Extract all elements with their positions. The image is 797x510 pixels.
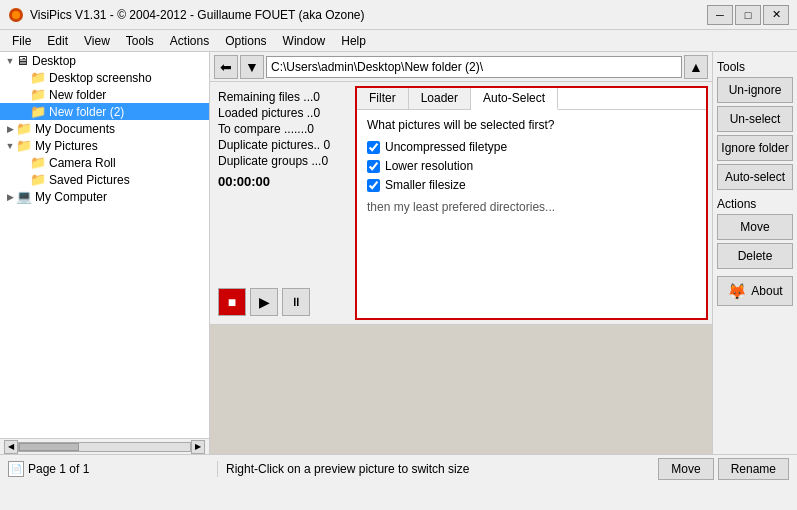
main-layout: ▼ 🖥 Desktop 📁 Desktop screensho 📁 New fo… [0, 52, 797, 454]
svg-point-1 [12, 11, 20, 19]
tree-item-my-pictures[interactable]: ▼ 📁 My Pictures [0, 137, 209, 154]
unignore-button[interactable]: Un-ignore [717, 77, 793, 103]
auto-select-button[interactable]: Auto-select [717, 164, 793, 190]
tree-item-camera-roll[interactable]: 📁 Camera Roll [0, 154, 209, 171]
about-button[interactable]: 🦊 About [717, 276, 793, 306]
h-scrollbar-track[interactable] [18, 442, 191, 452]
expand-arrow [18, 89, 30, 101]
tree-item-new-folder-2[interactable]: 📁 New folder (2) [0, 103, 209, 120]
menu-actions[interactable]: Actions [162, 32, 217, 50]
label-uncompressed: Uncompressed filetype [385, 140, 507, 154]
checkbox-uncompressed[interactable] [367, 141, 380, 154]
menu-view[interactable]: View [76, 32, 118, 50]
content-area: Remaining files ...0 Loaded pictures ..0… [210, 82, 712, 324]
tab-auto-select[interactable]: Auto-Select [471, 88, 558, 110]
check-row-smaller-filesize: Smaller filesize [367, 178, 696, 192]
tree-label: New folder [49, 88, 106, 102]
filter-content: What pictures will be selected first? Un… [357, 110, 706, 318]
label-lower-resolution: Lower resolution [385, 159, 473, 173]
h-scrollbar-thumb[interactable] [19, 443, 79, 451]
filter-panel: Filter Loader Auto-Select What pictures … [355, 86, 708, 320]
expand-arrow[interactable]: ▼ [4, 55, 16, 67]
move-button[interactable]: Move [717, 214, 793, 240]
right-panel: Tools Un-ignore Un-select Ignore folder … [712, 52, 797, 454]
minimize-button[interactable]: ─ [707, 5, 733, 25]
status-bar: 📄 Page 1 of 1 Right-Click on a preview p… [0, 454, 797, 482]
folder-icon: 📁 [30, 70, 46, 85]
filter-note: then my least prefered directories... [367, 200, 696, 214]
scroll-left-arrow[interactable]: ◀ [4, 440, 18, 454]
to-compare: To compare .......0 [218, 122, 347, 136]
app-icon [8, 7, 24, 23]
expand-arrow [18, 157, 30, 169]
folder-icon: 📁 [30, 155, 46, 170]
tree-item-saved-pictures[interactable]: 📁 Saved Pictures [0, 171, 209, 188]
scroll-right-arrow[interactable]: ▶ [191, 440, 205, 454]
tree-label: My Computer [35, 190, 107, 204]
tab-loader[interactable]: Loader [409, 88, 471, 109]
fox-icon: 🦊 [727, 282, 747, 301]
label-smaller-filesize: Smaller filesize [385, 178, 466, 192]
computer-icon: 🖥 [16, 53, 29, 68]
page-info: Page 1 of 1 [28, 462, 89, 476]
remaining-files: Remaining files ...0 [218, 90, 347, 104]
tree-item-my-documents[interactable]: ▶ 📁 My Documents [0, 120, 209, 137]
expand-arrow [18, 72, 30, 84]
title-bar: VisiPics V1.31 - © 2004-2012 - Guillaume… [0, 0, 797, 30]
close-button[interactable]: ✕ [763, 5, 789, 25]
nav-back-button[interactable]: ⬅ [214, 55, 238, 79]
check-row-lower-resolution: Lower resolution [367, 159, 696, 173]
tree-item-desktop[interactable]: ▼ 🖥 Desktop [0, 52, 209, 69]
tools-section-label: Tools [717, 60, 793, 74]
checkbox-smaller-filesize[interactable] [367, 179, 380, 192]
unselect-button[interactable]: Un-select [717, 106, 793, 132]
folder-icon: 📁 [30, 104, 46, 119]
tree-item-my-computer[interactable]: ▶ 💻 My Computer [0, 188, 209, 205]
maximize-button[interactable]: □ [735, 5, 761, 25]
nav-up-button[interactable]: ▲ [684, 55, 708, 79]
folder-icon: 📁 [30, 87, 46, 102]
address-input[interactable] [266, 56, 682, 78]
checkbox-lower-resolution[interactable] [367, 160, 380, 173]
tree-label: Desktop screensho [49, 71, 152, 85]
timer-display: 00:00:00 [218, 174, 347, 189]
center-panel: ⬅ ▼ ▲ Remaining files ...0 Loaded pictur… [210, 52, 712, 454]
rename-status-button[interactable]: Rename [718, 458, 789, 480]
menu-help[interactable]: Help [333, 32, 374, 50]
file-tree[interactable]: ▼ 🖥 Desktop 📁 Desktop screensho 📁 New fo… [0, 52, 209, 438]
menu-tools[interactable]: Tools [118, 32, 162, 50]
move-status-button[interactable]: Move [658, 458, 713, 480]
address-bar: ⬅ ▼ ▲ [210, 52, 712, 82]
expand-arrow[interactable]: ▼ [4, 140, 16, 152]
status-right: Move Rename [658, 458, 789, 480]
controls-bar: ■ ▶ ⏸ [218, 280, 347, 316]
duplicate-pictures: Duplicate pictures.. 0 [218, 138, 347, 152]
folder-icon: 📁 [16, 121, 32, 136]
expand-arrow[interactable]: ▶ [4, 123, 16, 135]
ignore-folder-button[interactable]: Ignore folder [717, 135, 793, 161]
menu-file[interactable]: File [4, 32, 39, 50]
tree-label: Desktop [32, 54, 76, 68]
tree-scrollbar-h[interactable]: ◀ ▶ [0, 438, 209, 454]
pause-button[interactable]: ⏸ [282, 288, 310, 316]
menu-options[interactable]: Options [217, 32, 274, 50]
tree-item-desktop-screenshot[interactable]: 📁 Desktop screensho [0, 69, 209, 86]
actions-section-label: Actions [717, 197, 793, 211]
status-hint: Right-Click on a preview picture to swit… [218, 462, 658, 476]
folder-icon: 📁 [30, 172, 46, 187]
expand-arrow[interactable]: ▶ [4, 191, 16, 203]
left-panel: ▼ 🖥 Desktop 📁 Desktop screensho 📁 New fo… [0, 52, 210, 454]
menu-bar: File Edit View Tools Actions Options Win… [0, 30, 797, 52]
expand-arrow [18, 174, 30, 186]
tree-item-new-folder[interactable]: 📁 New folder [0, 86, 209, 103]
play-button[interactable]: ▶ [250, 288, 278, 316]
tab-filter[interactable]: Filter [357, 88, 409, 109]
filter-title: What pictures will be selected first? [367, 118, 696, 132]
title-text: VisiPics V1.31 - © 2004-2012 - Guillaume… [30, 8, 707, 22]
delete-button[interactable]: Delete [717, 243, 793, 269]
stop-button[interactable]: ■ [218, 288, 246, 316]
menu-window[interactable]: Window [275, 32, 334, 50]
title-controls: ─ □ ✕ [707, 5, 789, 25]
nav-down-button[interactable]: ▼ [240, 55, 264, 79]
menu-edit[interactable]: Edit [39, 32, 76, 50]
